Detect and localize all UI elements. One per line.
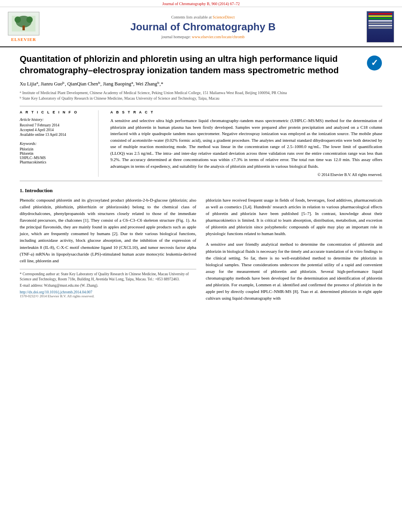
journal-title-header: Journal of Chromatography B (47, 21, 359, 33)
accepted-date: Accepted 4 April 2014 (20, 128, 90, 132)
body-left-column: Phenolic compound phloretin and its glyc… (20, 197, 196, 306)
journal-thumbnail (367, 11, 394, 43)
homepage-link[interactable]: www.elsevier.com/locate/chromb (192, 35, 245, 39)
email-label: E-mail address: (20, 284, 43, 287)
abstract-column: A B S T R A C T A sensitive and selectiv… (110, 110, 382, 177)
elsevier-tree-icon (10, 14, 37, 33)
sciencedirect-line: Contents lists available at ScienceDirec… (47, 15, 359, 19)
keyword-2: Phloretin (20, 152, 90, 156)
thumb-line-gray1 (368, 22, 392, 24)
info-abstract-columns: A R T I C L E I N F O Article history: R… (20, 110, 382, 177)
elsevier-logo: ELSEVIER (8, 12, 39, 42)
elsevier-text: ELSEVIER (11, 37, 36, 42)
keyword-4: Pharmacokinetics (20, 160, 90, 164)
body-right-column: phlorizin have received frequent usage i… (206, 197, 382, 306)
journal-bar-text: Journal of Chromatography B, 960 (2014) … (162, 2, 240, 6)
journal-header: ELSEVIER Contents lists available at Sci… (0, 7, 402, 47)
history-title: Article history: (20, 117, 90, 122)
thumb-line-gray2 (368, 27, 392, 29)
keyword-3: UHPLC–MS/MS (20, 156, 90, 160)
journal-center: Contents lists available at ScienceDirec… (39, 15, 367, 39)
svg-point-3 (15, 17, 21, 23)
copyright-line: © 2014 Elsevier B.V. All rights reserved… (110, 172, 382, 177)
affiliations: ᵃ Institute of Medicinal Plant Developme… (20, 90, 382, 101)
crossmark-logo[interactable]: ✓ (367, 55, 382, 71)
affiliation-b: ᵇ State Key Laboratory of Quality Resear… (20, 96, 382, 101)
page: Journal of Chromatography B, 960 (2014) … (0, 0, 402, 532)
thumb-line-green (368, 18, 392, 19)
body-columns: Phenolic compound phloretin and its glyc… (20, 197, 382, 306)
keywords-label: Keywords: (20, 141, 90, 146)
issn-line: 1570-0232/© 2014 Elsevier B.V. All right… (20, 294, 196, 298)
body-right-para2: A sensitive and user friendly analytical… (206, 241, 382, 301)
email-line: E-mail address: Wzhang@must.edu.mo (W. Z… (20, 283, 196, 288)
affiliation-a: ᵃ Institute of Medicinal Plant Developme… (20, 90, 382, 96)
article-title: Quantitation of phlorizin and phloretin … (20, 54, 363, 76)
received-date: Received 7 February 2014 (20, 123, 90, 127)
corresponding-author-note: * Corresponding author at: State Key Lab… (20, 272, 196, 282)
elsevier-logo-box (8, 12, 39, 35)
section-1-title: 1. Introduction (20, 187, 382, 194)
article-title-section: Quantitation of phlorizin and phloretin … (20, 54, 382, 76)
doi-line[interactable]: http://dx.doi.org/10.1016/j.jchromb.2014… (20, 290, 196, 294)
journal-bar: Journal of Chromatography B, 960 (2014) … (0, 0, 402, 7)
available-date: Available online 13 April 2014 (20, 133, 90, 137)
svg-text:✓: ✓ (371, 58, 378, 68)
journal-homepage: journal homepage: www.elsevier.com/locat… (47, 35, 359, 39)
main-content: Quantitation of phlorizin and phloretin … (0, 47, 402, 312)
divider-1 (20, 106, 382, 106)
body-content: 1. Introduction Phenolic compound phlore… (20, 187, 382, 306)
thumb-line-white2 (368, 25, 392, 26)
article-info-column: A R T I C L E I N F O Article history: R… (20, 110, 99, 177)
thumb-line-white1 (368, 20, 392, 22)
svg-point-4 (26, 17, 33, 23)
body-left-para1: Phenolic compound phloretin and its glyc… (20, 197, 196, 264)
email-address: Wzhang@must.edu.mo (W. Zhang). (44, 284, 99, 287)
authors: Xu Lijiaᵃ, Jianru Guoᵇ, QianQian Chenᵇ, … (20, 81, 382, 87)
svg-rect-2 (22, 26, 25, 30)
thumb-line-yellow (368, 15, 392, 17)
abstract-header: A B S T R A C T (110, 110, 382, 114)
abstract-text: A sensitive and selective ultra high per… (110, 117, 382, 169)
body-right-para1: phlorizin have received frequent usage i… (206, 197, 382, 237)
divider-2 (20, 181, 382, 181)
thumb-line-red (368, 13, 392, 15)
sciencedirect-link[interactable]: ScienceDirect (212, 15, 234, 19)
footnote-section: * Corresponding author at: State Key Lab… (20, 269, 196, 289)
keyword-1: Phlorizin (20, 147, 90, 151)
article-info-header: A R T I C L E I N F O (20, 110, 90, 114)
article-history: Article history: Received 7 February 201… (20, 117, 90, 137)
keywords-section: Keywords: Phlorizin Phloretin UHPLC–MS/M… (20, 141, 90, 164)
